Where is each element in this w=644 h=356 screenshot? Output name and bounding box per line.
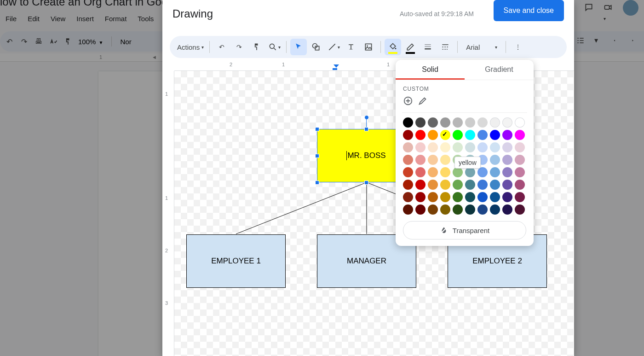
color-swatch[interactable] [415, 204, 426, 215]
fill-color-button[interactable] [385, 39, 401, 55]
image-tool[interactable] [360, 39, 377, 55]
tab-solid[interactable]: Solid [396, 60, 465, 80]
color-swatch[interactable] [477, 180, 488, 190]
line-tool[interactable]: ▾ [325, 39, 342, 55]
color-swatch[interactable] [477, 117, 488, 128]
color-swatch[interactable] [453, 167, 463, 177]
color-swatch[interactable] [415, 130, 426, 140]
rotation-handle[interactable] [364, 115, 369, 120]
color-swatch[interactable] [440, 204, 450, 215]
color-swatch[interactable] [415, 117, 426, 128]
add-custom-color-button[interactable] [403, 96, 413, 106]
undo-button[interactable]: ↶ [213, 39, 230, 55]
color-swatch[interactable] [502, 192, 512, 202]
select-tool[interactable] [290, 39, 307, 55]
color-swatch[interactable] [403, 192, 413, 202]
color-swatch[interactable] [415, 180, 426, 190]
color-swatch[interactable] [403, 204, 413, 215]
color-swatch[interactable] [453, 142, 463, 152]
color-swatch[interactable] [403, 180, 413, 190]
color-swatch[interactable] [428, 142, 438, 152]
color-swatch[interactable] [490, 192, 500, 202]
color-swatch[interactable] [490, 117, 500, 128]
color-swatch[interactable] [502, 180, 512, 190]
color-swatch[interactable] [440, 155, 450, 165]
transparent-button[interactable]: Transparent [403, 221, 526, 239]
color-swatch[interactable] [490, 204, 500, 215]
paint-format-button[interactable] [248, 39, 265, 55]
border-color-button[interactable] [402, 39, 419, 55]
color-swatch[interactable] [440, 192, 450, 202]
color-swatch[interactable] [515, 155, 525, 165]
tab-gradient[interactable]: Gradient [465, 60, 534, 80]
indent-marker-base-icon[interactable] [333, 68, 337, 70]
resize-handle-nw[interactable] [315, 127, 319, 131]
shape-tool[interactable] [308, 39, 324, 55]
color-swatch[interactable] [465, 130, 475, 140]
color-swatch[interactable] [515, 117, 525, 128]
color-swatch[interactable] [415, 155, 426, 165]
color-swatch[interactable] [515, 180, 525, 190]
color-swatch[interactable] [515, 167, 525, 177]
color-swatch[interactable] [465, 167, 475, 177]
color-swatch[interactable] [403, 155, 413, 165]
font-selector[interactable]: Arial▾ [461, 39, 502, 55]
color-swatch[interactable] [440, 180, 450, 190]
color-swatch[interactable] [440, 117, 450, 128]
color-swatch[interactable] [428, 204, 438, 215]
border-weight-button[interactable] [420, 39, 436, 55]
color-swatch[interactable] [415, 167, 426, 177]
color-swatch[interactable] [502, 130, 512, 140]
save-close-button[interactable]: Save and close [494, 0, 564, 21]
color-swatch[interactable] [440, 130, 450, 140]
eyedropper-button[interactable] [418, 96, 428, 106]
color-swatch[interactable] [502, 204, 512, 215]
ruler-vertical[interactable]: 1 1 2 3 [162, 71, 174, 356]
zoom-button[interactable]: ▾ [266, 39, 282, 55]
color-swatch[interactable] [502, 117, 512, 128]
color-swatch[interactable] [428, 192, 438, 202]
color-swatch[interactable] [465, 204, 475, 215]
color-swatch[interactable] [428, 155, 438, 165]
color-swatch[interactable] [428, 117, 438, 128]
color-swatch[interactable] [440, 167, 450, 177]
color-swatch[interactable] [502, 167, 512, 177]
color-swatch[interactable] [515, 204, 525, 215]
color-swatch[interactable] [490, 130, 500, 140]
color-swatch[interactable] [415, 142, 426, 152]
actions-menu[interactable]: Actions▾ [175, 39, 206, 55]
color-swatch[interactable] [465, 180, 475, 190]
color-swatch[interactable] [490, 180, 500, 190]
color-swatch[interactable] [428, 130, 438, 140]
color-swatch[interactable] [515, 192, 525, 202]
resize-handle-sw[interactable] [315, 181, 319, 185]
indent-marker-icon[interactable] [334, 64, 339, 68]
color-swatch[interactable] [453, 204, 463, 215]
color-swatch[interactable] [453, 192, 463, 202]
color-swatch[interactable] [477, 167, 488, 177]
color-swatch[interactable] [477, 192, 488, 202]
shape-boss-text[interactable]: MR. BOSS [346, 151, 385, 160]
border-dash-button[interactable] [437, 39, 454, 55]
color-swatch[interactable] [465, 192, 475, 202]
color-swatch[interactable] [403, 130, 413, 140]
resize-handle-s[interactable] [364, 181, 368, 185]
color-swatch[interactable] [490, 155, 500, 165]
color-swatch[interactable] [477, 142, 488, 152]
color-swatch[interactable] [403, 117, 413, 128]
color-swatch[interactable] [428, 167, 438, 177]
color-swatch[interactable] [465, 142, 475, 152]
color-swatch[interactable] [428, 180, 438, 190]
color-swatch[interactable] [440, 142, 450, 152]
color-swatch[interactable] [515, 130, 525, 140]
shape-employee-1[interactable]: EMPLOYEE 1 [186, 234, 286, 288]
color-swatch[interactable] [490, 142, 500, 152]
color-swatch[interactable] [490, 167, 500, 177]
color-swatch[interactable] [453, 180, 463, 190]
color-swatch[interactable] [415, 192, 426, 202]
color-swatch[interactable] [502, 142, 512, 152]
color-swatch[interactable] [515, 142, 525, 152]
color-swatch[interactable] [502, 155, 512, 165]
color-swatch[interactable] [403, 167, 413, 177]
resize-handle-n[interactable] [364, 127, 368, 131]
